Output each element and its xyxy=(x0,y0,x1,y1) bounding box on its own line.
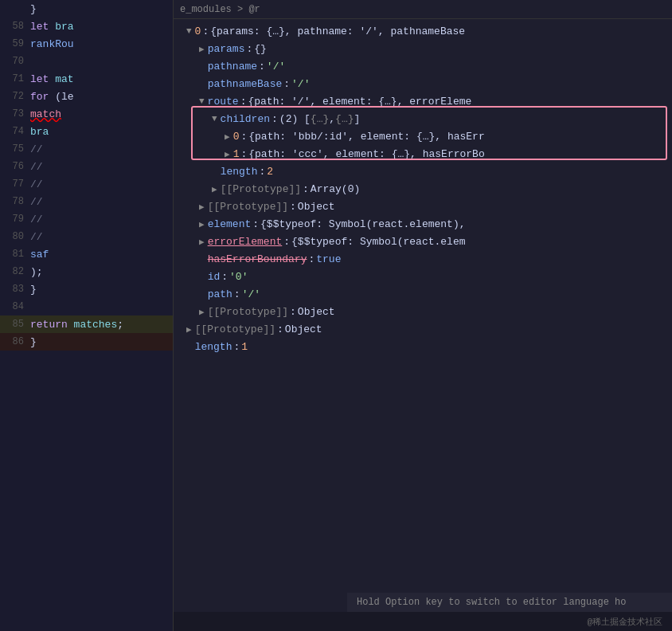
debug-line: ▶ [[Prototype]] : Object xyxy=(174,198,672,215)
prop-key: [[Prototype]] xyxy=(195,323,275,335)
line-content: } xyxy=(30,284,173,296)
expand-arrow-spacer: ▶ xyxy=(199,61,205,72)
expand-arrow[interactable]: ▶ xyxy=(225,149,230,159)
prop-key: params xyxy=(208,43,245,55)
expand-arrow[interactable]: ▶ xyxy=(199,219,205,229)
line-number: 70 xyxy=(0,56,30,67)
expand-arrow[interactable]: ▶ xyxy=(199,237,205,247)
line-content: // xyxy=(30,178,173,190)
editor-container: } 58 let bra 59 rankRou 70 71 xyxy=(0,0,672,631)
line-number: 74 xyxy=(0,126,30,137)
line-number: 85 xyxy=(0,319,30,330)
code-line: 75 // xyxy=(0,140,173,158)
debug-line: ▶ 0 : {path: 'bbb/:id', element: {…}, ha… xyxy=(174,127,672,145)
prop-key: length xyxy=(195,341,232,353)
prop-key: length xyxy=(221,166,258,178)
code-line: 77 // xyxy=(0,175,173,193)
expand-arrow[interactable]: ▶ xyxy=(199,307,205,317)
prop-key: id xyxy=(208,271,221,283)
code-line: 74 bra xyxy=(0,123,173,140)
expand-arrow[interactable]: ▼ xyxy=(212,114,217,123)
line-content: match xyxy=(30,108,173,120)
debug-line: ▼ route : {path: '/', element: {…}, erro… xyxy=(174,92,672,110)
expand-arrow[interactable]: ▼ xyxy=(199,96,205,106)
code-line: 79 // xyxy=(0,210,173,228)
hint-bar: Hold Option key to switch to editor lang… xyxy=(347,593,672,612)
status-bar: @稀土掘金技术社区 xyxy=(174,612,672,631)
debug-line: ▶ hasErrorBoundary : true xyxy=(174,250,672,268)
code-line: 58 let bra xyxy=(0,18,173,35)
expand-arrow[interactable]: ▼ xyxy=(186,26,192,36)
breadcrumb: e_modules > @r xyxy=(174,0,672,19)
expand-arrow-spacer: ▶ xyxy=(199,79,205,89)
line-number: 81 xyxy=(0,249,30,260)
code-line: 72 for (le xyxy=(0,88,173,105)
prop-key: 1 xyxy=(233,148,240,160)
debug-line: ▶ id : '0' xyxy=(174,268,672,285)
prop-key: pathnameBase xyxy=(208,78,283,90)
expand-arrow-spacer: ▶ xyxy=(186,342,192,352)
line-number: 77 xyxy=(0,178,30,190)
code-line: 78 // xyxy=(0,193,173,210)
line-number: 83 xyxy=(0,284,30,295)
debug-line: ▶ [[Prototype]] : Object xyxy=(174,303,672,320)
line-number: 76 xyxy=(0,161,30,172)
line-number: 58 xyxy=(0,21,30,32)
line-content: let bra xyxy=(30,21,173,33)
expand-arrow-spacer: ▶ xyxy=(199,254,205,265)
line-number: 73 xyxy=(0,108,30,120)
debug-line: ▼ 0 : {params: {…}, pathname: '/', pathn… xyxy=(174,22,672,40)
debug-line: ▶ length : 1 xyxy=(174,338,672,355)
debug-line: ▶ length : 2 xyxy=(174,163,672,180)
debug-line: ▶ pathname : '/' xyxy=(174,57,672,75)
code-line: 84 xyxy=(0,298,173,316)
code-line: 70 xyxy=(0,53,173,70)
code-line: 73 match xyxy=(0,105,173,123)
debug-line: ▶ [[Prototype]] : Object xyxy=(174,320,672,338)
line-content: for (le xyxy=(30,91,173,103)
prop-key: 0 xyxy=(195,25,201,37)
prop-key: [[Prototype]] xyxy=(208,306,288,318)
code-line: } xyxy=(0,0,173,18)
code-line: 76 // xyxy=(0,158,173,175)
line-content: // xyxy=(30,196,173,208)
line-content: let mat xyxy=(30,73,173,85)
expand-arrow[interactable]: ▶ xyxy=(199,44,205,54)
line-number: 86 xyxy=(0,336,30,347)
debug-panel: e_modules > @r ▼ 0 : {params: {…}, pathn… xyxy=(174,0,672,631)
prop-key: [[Prototype]] xyxy=(221,183,301,195)
line-number: 78 xyxy=(0,196,30,207)
line-content: // xyxy=(30,143,173,155)
line-number: 80 xyxy=(0,231,30,242)
line-content: // xyxy=(30,161,173,173)
closing-brace-line: 86 } xyxy=(0,333,173,351)
prop-key: [[Prototype]] xyxy=(208,201,288,213)
expand-arrow[interactable]: ▶ xyxy=(212,184,217,194)
line-content: saf xyxy=(30,249,173,261)
expand-arrow-spacer: ▶ xyxy=(199,272,205,282)
line-content: // xyxy=(30,231,173,243)
code-line: 82 ); xyxy=(0,263,173,280)
expand-arrow[interactable]: ▶ xyxy=(225,131,230,142)
debug-line: ▶ params : {} xyxy=(174,40,672,57)
line-content: bra xyxy=(30,126,173,138)
watermark: @稀土掘金技术社区 xyxy=(587,616,662,628)
prop-key: errorElement xyxy=(208,236,283,248)
line-number: 84 xyxy=(0,301,30,312)
expand-arrow[interactable]: ▶ xyxy=(199,202,205,212)
debug-line: ▶ [[Prototype]] : Array(0) xyxy=(174,180,672,198)
prop-key: element xyxy=(208,218,252,230)
breadcrumb-text: e_modules > @r xyxy=(180,4,260,15)
expand-arrow[interactable]: ▶ xyxy=(186,324,192,335)
line-number: 71 xyxy=(0,73,30,84)
debug-content: ▼ 0 : {params: {…}, pathname: '/', pathn… xyxy=(174,19,672,359)
debug-line: ▶ 1 : {path: 'ccc', element: {…}, hasErr… xyxy=(174,145,672,163)
debug-line: ▶ path : '/' xyxy=(174,285,672,303)
expand-arrow-spacer: ▶ xyxy=(199,289,205,300)
line-number: 75 xyxy=(0,143,30,155)
prop-key: children xyxy=(221,113,270,125)
prop-key: hasErrorBoundary xyxy=(208,253,307,265)
code-line: 83 } xyxy=(0,280,173,298)
line-content: } xyxy=(30,3,173,15)
children-line: ▼ children : (2) [ {…} , {…} ] xyxy=(174,110,672,127)
